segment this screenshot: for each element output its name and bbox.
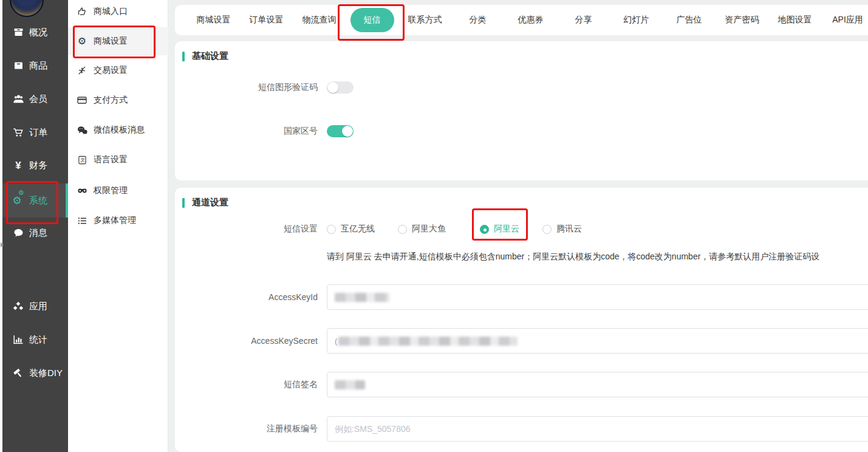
toggle-knob — [342, 126, 353, 137]
gears-icon: ⚙⚙ — [12, 196, 25, 206]
svg-text:文: 文 — [80, 157, 85, 163]
sms-captcha-toggle[interactable] — [327, 81, 354, 94]
submenu-item-label: 多媒体管理 — [94, 215, 136, 226]
sidebar-item-diy[interactable]: 装修DIY — [2, 361, 68, 385]
submenu-item-label: 语言设置 — [94, 154, 128, 165]
form-row-register-template: 注册模板编号 — [175, 416, 868, 442]
sidebar-item-apps[interactable]: 应用 — [2, 294, 68, 318]
submenu-item-label: 微信模板消息 — [94, 125, 145, 135]
sidebar-item-members[interactable]: 会员 — [2, 87, 68, 111]
overview-box-icon — [12, 27, 25, 37]
mask-icon — [77, 187, 87, 194]
tab-logistics[interactable]: 物流查询 — [293, 15, 346, 26]
section-header-basic: 基础设置 — [182, 50, 228, 62]
sidebar-item-label: 消息 — [29, 227, 47, 239]
thumbs-up-icon — [77, 7, 87, 16]
tab-api-apps[interactable]: API应用 — [821, 15, 868, 26]
main-sidebar: 概况 商品 会员 订单 ¥ 财务 ⚙⚙ 系统 — [2, 0, 68, 452]
sidebar-item-system[interactable]: ⚙⚙ 系统 — [2, 183, 68, 217]
section-header-channel: 通道设置 — [182, 197, 228, 208]
submenu-item-trade-settings[interactable]: 交易设置 — [68, 57, 168, 84]
sidebar-item-messages[interactable]: 消息 — [2, 221, 68, 245]
credit-card-icon — [77, 96, 87, 104]
tab-slideshow[interactable]: 幻灯片 — [610, 15, 663, 26]
sidebar-item-goods[interactable]: 商品 — [2, 53, 68, 78]
tab-adspace[interactable]: 广告位 — [663, 15, 716, 26]
sidebar-item-label: 装修DIY — [29, 368, 63, 379]
tab-mall-settings[interactable]: 商城设置 — [187, 15, 240, 26]
radio-label: 互亿无线 — [341, 224, 375, 235]
submenu-item-label: 权限管理 — [94, 185, 128, 196]
submenu-item-label: 商城设置 — [94, 36, 128, 47]
country-code-toggle[interactable] — [327, 125, 354, 137]
sidebar-item-label: 会员 — [29, 94, 47, 105]
sms-signature-input[interactable] — [327, 372, 868, 397]
radio-tencent-cloud[interactable]: 腾讯云 — [542, 224, 582, 235]
tab-label: 幻灯片 — [624, 15, 649, 24]
accesskeysecret-input[interactable]: ( — [327, 328, 868, 354]
speech-bubble-icon — [12, 228, 25, 238]
left-edge-strip — [0, 0, 2, 452]
redacted-char: ( — [335, 337, 337, 346]
basic-settings-panel: 基础设置 短信图形验证码 国家区号 — [175, 41, 868, 180]
tab-contact[interactable]: 联系方式 — [398, 15, 451, 26]
field-label: 短信签名 — [175, 379, 318, 390]
sidebar-item-stats[interactable]: 统计 — [2, 327, 68, 352]
cart-icon — [12, 128, 25, 137]
radio-label: 腾讯云 — [556, 224, 582, 235]
members-group-icon — [12, 94, 25, 104]
tab-asset-password[interactable]: 资产密码 — [716, 15, 768, 26]
sidebar-collapse-arrow-icon[interactable] — [1, 242, 4, 247]
section-title: 通道设置 — [192, 197, 228, 208]
submenu-item-mall-settings[interactable]: ⚙ 商城设置 — [68, 27, 168, 55]
list-icon — [77, 217, 87, 225]
field-label: 短信图形验证码 — [175, 82, 318, 93]
radio-circle — [327, 225, 336, 234]
tab-share[interactable]: 分享 — [557, 15, 610, 26]
section-accent-bar — [182, 198, 185, 208]
tab-category[interactable]: 分类 — [451, 15, 504, 26]
tab-label: 商城设置 — [197, 15, 231, 24]
radio-circle — [542, 225, 552, 234]
form-row-accesskeysecret: AccessKeySecret ( — [175, 328, 868, 354]
section-title: 基础设置 — [192, 50, 228, 62]
submenu-item-payment-methods[interactable]: 支付方式 — [68, 87, 168, 114]
gear-icon: ⚙ — [77, 36, 87, 46]
tab-coupon[interactable]: 优惠券 — [504, 15, 557, 26]
language-book-icon: 文 — [77, 156, 87, 165]
cubes-icon — [12, 301, 25, 312]
form-row-country-code: 国家区号 — [175, 120, 354, 142]
sidebar-item-label: 应用 — [29, 301, 47, 312]
radio-huyi-wireless[interactable]: 互亿无线 — [327, 224, 375, 235]
tab-label: 订单设置 — [250, 15, 284, 24]
accesskeyid-input[interactable] — [327, 284, 868, 310]
submenu-item-mall-entry[interactable]: 商城入口 — [68, 0, 168, 23]
sidebar-item-orders[interactable]: 订单 — [2, 120, 68, 145]
redacted-value — [335, 380, 365, 389]
channel-settings-panel: 通道设置 短信设置 互亿无线 阿里大鱼 阿里云 腾讯云 请到 阿里云 去申请开通… — [175, 188, 868, 452]
submenu-item-media-manager[interactable]: 多媒体管理 — [68, 207, 168, 234]
submenu-item-permissions[interactable]: 权限管理 — [68, 177, 168, 204]
sidebar-item-finance[interactable]: ¥ 财务 — [2, 153, 68, 177]
sidebar-item-label: 订单 — [29, 127, 47, 139]
redacted-value — [338, 337, 518, 346]
tab-order-settings[interactable]: 订单设置 — [240, 15, 293, 26]
sidebar-item-overview[interactable]: 概况 — [2, 20, 68, 44]
aliyun-help-text: 请到 阿里云 去申请开通,短信模板中必须包含number；阿里云默认模板为cod… — [327, 250, 819, 262]
tab-label: API应用 — [832, 15, 863, 24]
submenu-item-language-settings[interactable]: 文 语言设置 — [68, 146, 168, 173]
radio-ali-dayu[interactable]: 阿里大鱼 — [398, 224, 446, 235]
tab-sms[interactable]: 短信 — [346, 8, 398, 32]
register-template-input[interactable] — [327, 416, 868, 442]
field-label: AccessKeyId — [175, 292, 318, 302]
submenu-item-wechat-template[interactable]: 微信模板消息 — [68, 117, 168, 143]
submenu-item-label: 支付方式 — [94, 95, 128, 106]
radio-circle — [480, 225, 489, 234]
system-submenu: 商城入口 ⚙ 商城设置 交易设置 支付方式 微信模板消息 文 语言设置 — [68, 0, 168, 452]
tab-label: 优惠券 — [518, 15, 544, 24]
tab-map-settings[interactable]: 地图设置 — [768, 15, 821, 26]
form-row-sms-captcha: 短信图形验证码 — [175, 77, 354, 98]
goods-box-icon — [12, 61, 25, 70]
radio-aliyun[interactable]: 阿里云 — [480, 224, 519, 235]
trade-arrows-icon — [77, 66, 87, 75]
